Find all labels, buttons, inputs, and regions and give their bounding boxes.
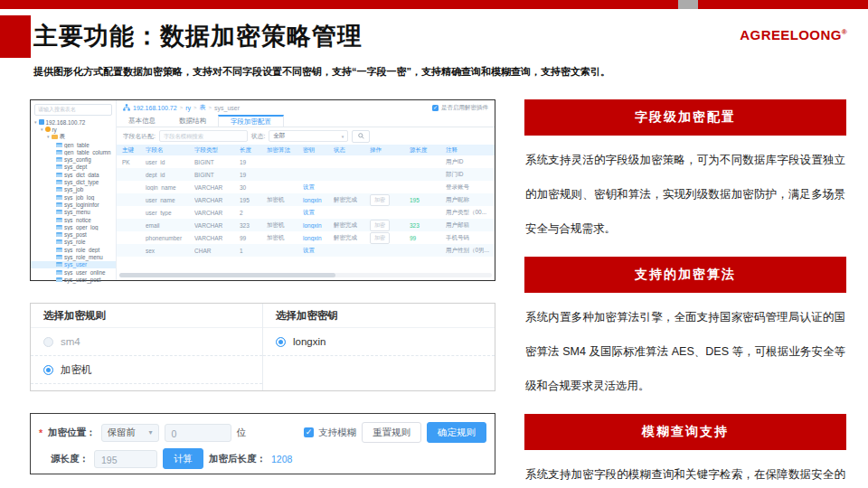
key-link[interactable]: 设置: [303, 209, 334, 217]
horizontal-scrollbar[interactable]: [119, 273, 492, 277]
feature-card: 模糊查询支持 系统支持加密字段的模糊查询和关键字检索，在保障数据安全的同时，实现…: [524, 414, 846, 488]
card-title: 模糊查询支持: [642, 424, 729, 440]
tree-node-label: 192.168.100.72: [46, 119, 86, 126]
tree-table-item[interactable]: sys_notice: [31, 216, 116, 223]
key-column-title: 选择加密密钥: [263, 304, 495, 328]
tab-label: 基本信息: [128, 116, 156, 127]
source-length-input[interactable]: 195: [94, 450, 157, 468]
length-cell: 99: [240, 235, 267, 241]
tab[interactable]: 字段加密配置: [218, 115, 284, 127]
comment-cell: 用户邮箱: [446, 221, 495, 230]
tab[interactable]: 基本信息: [117, 115, 167, 127]
table-icon: [56, 195, 62, 200]
tree-node-server[interactable]: ▾ 192.168.100.72: [31, 118, 116, 126]
registered-mark: ®: [842, 28, 847, 36]
tree-table-item[interactable]: gen_table: [31, 141, 116, 148]
breadcrumb-item[interactable]: ry: [185, 105, 191, 111]
position-count-input[interactable]: 0: [165, 424, 231, 442]
table-icon: [56, 270, 62, 275]
tree-search-input[interactable]: 请输入搜索表名: [34, 104, 112, 116]
scrollbar-thumb[interactable]: [119, 273, 335, 277]
row-action-button[interactable]: 加密: [370, 220, 390, 231]
tree-table-item[interactable]: sys_logininfor: [31, 201, 116, 208]
decrypt-plugin-checkbox[interactable]: ✓ 是否启用解密插件: [432, 104, 488, 112]
fuzzy-support-checkbox[interactable]: ✓ 支持模糊: [304, 427, 356, 439]
tree-table-item[interactable]: sys_post: [31, 230, 116, 238]
key-link[interactable]: longxin: [303, 222, 334, 229]
column-header: 密钥: [303, 146, 334, 155]
confirm-rule-button[interactable]: 确定规则: [427, 422, 486, 443]
key-link[interactable]: 设置: [303, 183, 334, 192]
card-title-banner: 字段级加密配置: [524, 99, 846, 136]
tree-table-label: sys_role_menu: [64, 254, 103, 260]
status-filter-label: 状态:: [251, 132, 265, 141]
tree-node-schema[interactable]: ▾ ry: [31, 126, 116, 133]
column-header: 主键: [122, 146, 146, 155]
encryption-key-radio[interactable]: longxin: [263, 328, 495, 356]
tab-bar: 基本信息 数据结构 字段加密配置: [117, 115, 495, 127]
breadcrumb-item[interactable]: 表: [200, 103, 206, 112]
field-name-input[interactable]: 字段名模糊搜索: [159, 130, 248, 142]
search-button[interactable]: [352, 130, 370, 143]
tree-table-item[interactable]: sys_menu: [31, 209, 116, 216]
field-type-cell: BIGINT: [194, 159, 240, 165]
field-type-cell: VARCHAR: [194, 210, 240, 216]
tree-table-item[interactable]: sys_role_menu: [31, 253, 116, 260]
tree-table-item[interactable]: sys_dict_data: [31, 171, 116, 178]
encrypted-length-label: 加密后长度：: [209, 453, 266, 465]
field-row: email VARCHAR 323 加密机 longxin 解密完成 加密 32…: [117, 219, 495, 231]
tree-table-item[interactable]: sys_dept: [31, 164, 116, 171]
encryption-rule-radio[interactable]: 加密机: [31, 356, 262, 384]
calc-button[interactable]: 计算: [163, 448, 203, 469]
tree-table-label: sys_post: [64, 231, 87, 238]
tab-label: 数据结构: [179, 116, 206, 127]
action-cell: 加密: [370, 194, 410, 206]
source-length-cell: 99: [410, 235, 446, 241]
tree-table-label: gen_table_column: [64, 149, 110, 155]
field-name-cell: user_name: [146, 197, 194, 203]
tree-table-item[interactable]: sys_role_dept: [31, 246, 116, 253]
table-icon: [56, 239, 62, 244]
key-link[interactable]: longxin: [303, 235, 334, 241]
key-link[interactable]: 设置: [303, 247, 334, 255]
length-cell: 19: [240, 172, 267, 178]
tree-table-item[interactable]: sys_config: [31, 155, 116, 163]
tree-table-item[interactable]: sys_role: [31, 239, 116, 246]
feature-card: 字段级加密配置 系统支持灵活的字段级加密策略，可为不同数据库字段设置独立的加密规…: [524, 99, 846, 246]
tree-table-item[interactable]: sys_user: [31, 261, 116, 268]
tree-table-label: sys_user_online: [64, 269, 106, 276]
encryption-rule-radio[interactable]: sm4: [31, 328, 262, 356]
tree-table-label: sys_dict_type: [64, 179, 99, 185]
tree-table-item[interactable]: sys_job_log: [31, 193, 116, 201]
breadcrumb-item[interactable]: 192.168.100.72: [133, 105, 177, 111]
tree-table-item[interactable]: sys_user_online: [31, 268, 116, 276]
reset-rule-button[interactable]: 重置规则: [362, 422, 421, 443]
position-mode-select[interactable]: 保留前 ▾: [101, 424, 159, 442]
tree-node-tables-folder[interactable]: ▾ 表: [31, 134, 116, 141]
algorithm-cell: 加密机: [267, 196, 303, 204]
tree-table-item[interactable]: gen_table_column: [31, 148, 116, 155]
key-link[interactable]: longxin: [303, 197, 334, 203]
column-header: 长度: [240, 146, 267, 155]
tree-table-item[interactable]: sys_user_post: [31, 276, 116, 283]
column-header: 加密算法: [267, 146, 303, 155]
column-header: 状态: [334, 146, 370, 155]
column-header: 源长度: [410, 146, 446, 155]
tree-table-item[interactable]: sys_oper_log: [31, 223, 116, 230]
field-name-cell: user_type: [146, 210, 194, 216]
status-select[interactable]: 全部 ▾: [269, 130, 348, 142]
length-row: 源长度： 195 计算 加密后长度： 1208: [31, 448, 495, 469]
tree-table-label: sys_job: [64, 186, 83, 192]
row-action-button[interactable]: 加密: [370, 232, 390, 244]
server-icon: [39, 119, 44, 125]
row-action-button[interactable]: 加密: [370, 194, 390, 206]
status-cell: 解密完成: [334, 234, 370, 242]
field-row: phonenumber VARCHAR 99 加密机 longxin 解密完成 …: [117, 231, 495, 244]
column-header: 字段名: [146, 146, 194, 155]
table-icon: [56, 157, 62, 162]
tree-table-item[interactable]: sys_job: [31, 186, 116, 193]
feature-card: 支持的加密算法 系统内置多种加密算法引擎，全面支持国家密码管理局认证的国密算法 …: [524, 257, 846, 403]
breadcrumb-separator: >: [180, 105, 184, 110]
tab[interactable]: 数据结构: [167, 115, 218, 127]
tree-table-item[interactable]: sys_dict_type: [31, 178, 116, 185]
